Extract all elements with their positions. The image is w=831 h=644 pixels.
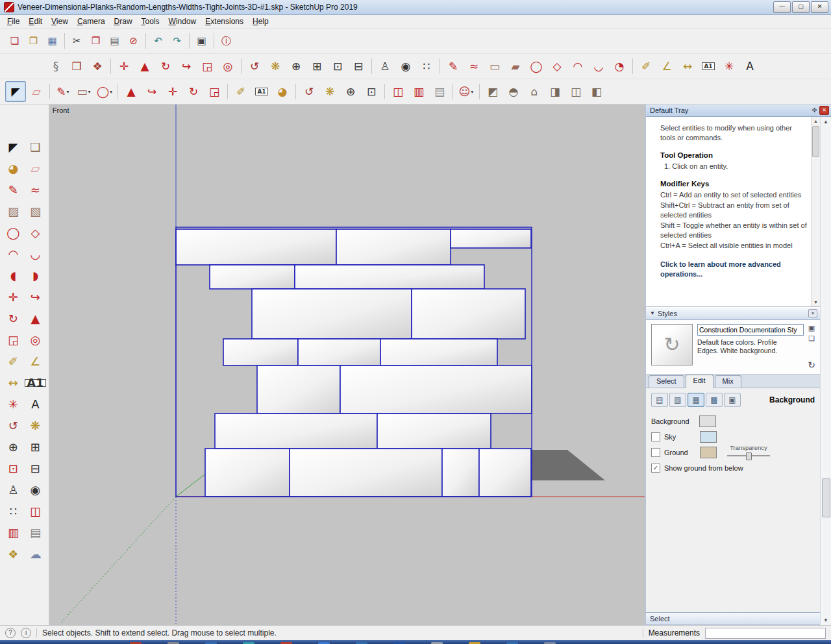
plank[interactable] (252, 289, 412, 339)
transparency-thumb[interactable] (746, 452, 752, 460)
push-pull-button[interactable]: ▲ (134, 56, 155, 77)
titlebar[interactable]: Veneer-Dimensional-Planks-Random-Lengths… (0, 0, 831, 15)
make-component-button[interactable]: ❑ (25, 137, 45, 158)
move-button[interactable]: ✛ (3, 287, 23, 308)
eraser-button[interactable]: ▱ (26, 81, 47, 102)
pan-button[interactable]: ❋ (319, 81, 340, 102)
measurements-input[interactable] (705, 628, 826, 639)
menu-edit[interactable]: Edit (24, 16, 47, 27)
offset-button[interactable]: ◎ (25, 330, 45, 351)
line-button[interactable]: ✎▾ (53, 81, 73, 102)
rotated-rectangle-button[interactable]: ▧ (25, 201, 45, 222)
fog-button[interactable]: ☁ (25, 544, 45, 565)
scroll-down-icon[interactable]: ▼ (813, 298, 818, 306)
sky-color-swatch[interactable] (700, 431, 717, 443)
rotate-button[interactable]: ↻ (3, 308, 23, 329)
pin-icon[interactable]: ✜ (812, 106, 817, 114)
plank[interactable] (442, 449, 479, 497)
style-thumbnail[interactable]: ↻ (651, 324, 693, 365)
tab-edit[interactable]: Edit (686, 375, 713, 388)
close-button[interactable]: ✕ (811, 1, 828, 13)
walk-button[interactable]: ∷ (3, 501, 23, 522)
transparency-slider[interactable] (727, 452, 770, 459)
ground-checkbox[interactable] (651, 448, 660, 457)
two-point-arc-button[interactable]: ◡ (588, 56, 609, 77)
maximize-button[interactable]: ▢ (792, 1, 810, 13)
new-button[interactable]: ❏ (5, 31, 24, 51)
scale-button[interactable]: ◲ (197, 56, 217, 77)
menu-view[interactable]: View (47, 16, 73, 27)
plank[interactable] (205, 449, 290, 497)
zoom-button[interactable]: ⊕ (340, 81, 361, 102)
push-pull-button[interactable]: ▲ (25, 308, 45, 329)
tray-scroll-down-icon[interactable]: ▼ (823, 615, 828, 625)
view-right-button[interactable]: ◨ (545, 81, 565, 102)
tray-header[interactable]: Default Tray ✜ ✕ (646, 105, 831, 117)
open-button[interactable]: ❒ (24, 31, 43, 51)
circle-button[interactable]: ◯ (3, 223, 23, 243)
styles-close-icon[interactable]: ✕ (808, 309, 817, 317)
zoom-window-button[interactable]: ⊞ (306, 56, 327, 77)
eraser-button[interactable]: ▱ (25, 158, 45, 179)
polygon-button[interactable]: ◇ (25, 223, 45, 243)
shapes-button[interactable]: ▭▾ (73, 81, 94, 102)
3d-text-button[interactable]: A (25, 394, 45, 415)
paint-bucket-button[interactable]: ◕ (272, 81, 293, 102)
circle-button[interactable]: ◯ (526, 56, 547, 77)
offset-button[interactable]: ◎ (217, 56, 238, 77)
plank[interactable] (340, 365, 532, 414)
face-settings-button[interactable]: ▧ (669, 393, 686, 407)
collapse-icon[interactable]: ▼ (650, 310, 655, 316)
walk-button[interactable]: ∷ (416, 56, 437, 77)
section-fill-button[interactable]: ▥ (3, 523, 23, 543)
view-front-button[interactable]: ⌂ (524, 81, 545, 102)
display-secondary-pane-icon[interactable]: ▣ (808, 324, 815, 332)
select-button[interactable]: ◤ (5, 81, 26, 102)
plank[interactable] (210, 265, 295, 289)
menu-extensions[interactable]: Extensions (201, 16, 248, 27)
menu-camera[interactable]: Camera (73, 16, 110, 27)
simplify-contours-button[interactable]: § (45, 56, 66, 77)
zoom-button[interactable]: ⊕ (286, 56, 306, 77)
tab-mix[interactable]: Mix (715, 375, 741, 388)
rotated-rectangle-button[interactable]: ▰ (505, 56, 526, 77)
line-button[interactable]: ✎ (443, 56, 464, 77)
cut-button[interactable]: ✂ (68, 31, 86, 51)
menu-file[interactable]: File (3, 16, 24, 27)
plank[interactable] (176, 229, 336, 265)
shadows-button[interactable]: ❖ (3, 544, 23, 565)
orbit-button[interactable]: ↺ (244, 56, 265, 77)
plank[interactable] (215, 414, 377, 449)
section-display-button[interactable]: ▤ (429, 81, 450, 102)
pan-button[interactable]: ❋ (265, 56, 286, 77)
show-ground-checkbox[interactable]: ✓ (651, 464, 660, 473)
axes-button[interactable]: ✳ (719, 56, 739, 77)
plank[interactable] (295, 265, 484, 289)
tray-close-button[interactable]: ✕ (819, 106, 829, 115)
view-iso-button[interactable]: ◩ (482, 81, 503, 102)
text-button[interactable]: A1 (251, 81, 272, 102)
zoom-extents-button[interactable]: ⊡ (327, 56, 348, 77)
modeling-settings-button[interactable]: ▣ (724, 393, 741, 407)
pie-button[interactable]: ◖ (3, 266, 23, 286)
push-pull-button[interactable]: ▲ (121, 81, 142, 102)
polygon-button[interactable]: ◇ (547, 56, 567, 77)
zoom-extents-button[interactable]: ⊡ (361, 81, 382, 102)
menu-tools[interactable]: Tools (137, 16, 164, 27)
dropdown-arrow-icon[interactable]: ▾ (471, 89, 473, 95)
pan-button[interactable]: ❋ (25, 415, 45, 436)
undo-button[interactable]: ↶ (149, 31, 167, 51)
tape-measure-button[interactable]: ✐ (636, 56, 656, 77)
erase-button[interactable]: ⊘ (124, 31, 143, 51)
plank[interactable] (290, 449, 442, 497)
orbit-button[interactable]: ↺ (3, 415, 23, 436)
menu-help[interactable]: Help (248, 16, 273, 27)
freehand-button[interactable]: ≈ (464, 56, 484, 77)
look-around-button[interactable]: ◉ (395, 56, 416, 77)
follow-me-button[interactable]: ↪ (176, 56, 197, 77)
axes-button[interactable]: ✳ (3, 394, 23, 415)
line-button[interactable]: ✎ (3, 180, 23, 201)
scale-button[interactable]: ◲ (3, 330, 23, 351)
rotate-button[interactable]: ↻ (155, 56, 176, 77)
protractor-button[interactable]: ∠ (656, 56, 677, 77)
